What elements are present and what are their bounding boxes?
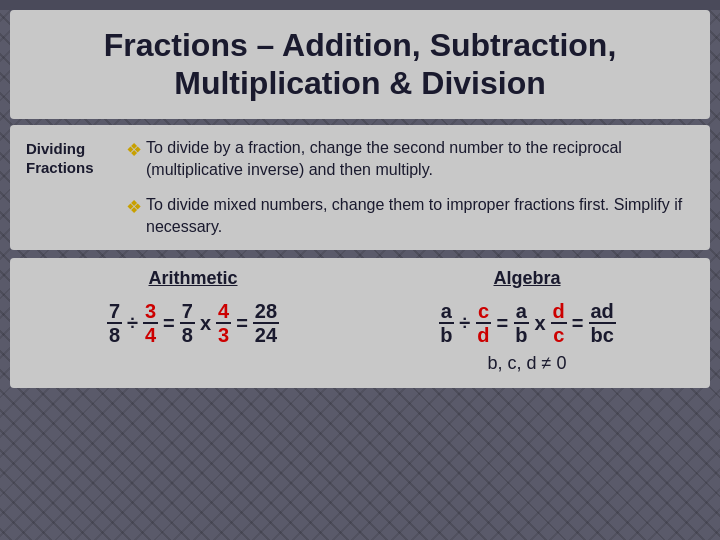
algebra-math: a b ÷ c d = a b x d xyxy=(437,297,617,349)
table-area: Arithmetic 7 8 ÷ 3 4 = 7 8 xyxy=(10,258,710,388)
bullet-arrow-1: ❖ xyxy=(126,138,142,163)
bullets-column: ❖ To divide by a fraction, change the se… xyxy=(126,137,694,239)
eq-op-2: = xyxy=(236,312,248,335)
content-area: Dividing Fractions ❖ To divide by a frac… xyxy=(10,125,710,251)
algebra-column: Algebra a b ÷ c d = a b xyxy=(360,268,694,374)
label-line2: Fractions xyxy=(26,158,94,178)
frac-d-c: d c xyxy=(551,301,567,345)
frac-a-b2: a b xyxy=(513,301,529,345)
frac-28-24: 28 24 xyxy=(253,301,279,345)
bullet-1-text: To divide by a fraction, change the seco… xyxy=(146,137,694,182)
arithmetic-column: Arithmetic 7 8 ÷ 3 4 = 7 8 xyxy=(26,268,360,374)
arithmetic-header: Arithmetic xyxy=(26,268,360,297)
algebra-note: b, c, d ≠ 0 xyxy=(488,353,567,374)
frac-a-b: a b xyxy=(438,301,454,345)
alg-mult-op: x xyxy=(534,312,545,335)
page-title: Fractions – Addition, Subtraction, Multi… xyxy=(30,26,690,103)
alg-eq-1: = xyxy=(497,312,509,335)
algebra-header: Algebra xyxy=(493,268,560,297)
frac-c-d: c d xyxy=(475,301,491,345)
eq-op-1: = xyxy=(163,312,175,335)
bullet-2-text: To divide mixed numbers, change them to … xyxy=(146,194,694,239)
bullet-1: ❖ To divide by a fraction, change the se… xyxy=(126,137,694,182)
div-op: ÷ xyxy=(127,312,138,335)
frac-7-8b: 7 8 xyxy=(180,301,195,345)
section-label: Dividing Fractions xyxy=(26,137,116,239)
arithmetic-math: 7 8 ÷ 3 4 = 7 8 x 4 xyxy=(26,297,360,349)
frac-3-4: 3 4 xyxy=(143,301,158,345)
alg-div-op: ÷ xyxy=(459,312,470,335)
title-box: Fractions – Addition, Subtraction, Multi… xyxy=(10,10,710,119)
bullet-2: ❖ To divide mixed numbers, change them t… xyxy=(126,194,694,239)
alg-eq-2: = xyxy=(572,312,584,335)
mult-op: x xyxy=(200,312,211,335)
table-inner: Arithmetic 7 8 ÷ 3 4 = 7 8 xyxy=(26,268,694,374)
label-line1: Dividing xyxy=(26,139,85,159)
bullet-arrow-2: ❖ xyxy=(126,195,142,220)
frac-7-8: 7 8 xyxy=(107,301,122,345)
title-line1: Fractions – Addition, Subtraction, xyxy=(104,27,617,63)
frac-4-3: 4 3 xyxy=(216,301,231,345)
title-line2: Multiplication & Division xyxy=(174,65,546,101)
page: Fractions – Addition, Subtraction, Multi… xyxy=(0,10,720,540)
frac-ad-bc: ad bc xyxy=(589,301,616,345)
